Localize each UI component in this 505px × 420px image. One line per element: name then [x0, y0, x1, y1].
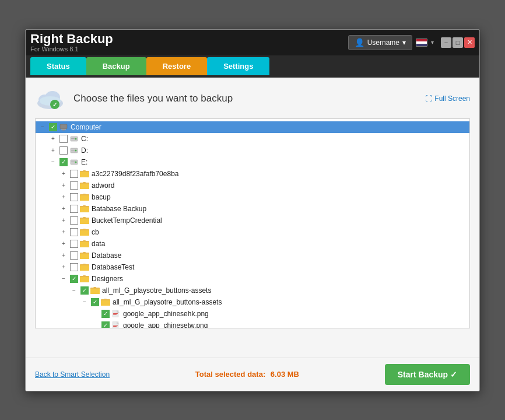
checkbox-cb[interactable] [70, 228, 78, 236]
toggle-icon[interactable]: + [48, 147, 58, 153]
tree-item-computer[interactable]: −✓Computer [36, 121, 469, 133]
folder-icon [80, 181, 89, 190]
svg-rect-8 [61, 129, 66, 130]
toggle-icon[interactable]: + [48, 135, 58, 142]
item-label-google_chinese_hk: google_app_chinesehk.png [123, 310, 209, 318]
file-tree[interactable]: −✓Computer+C:+D:−✓E:+a3c22739d8f23afafb7… [35, 118, 470, 328]
tab-restore[interactable]: Restore [146, 57, 207, 75]
svg-rect-7 [62, 130, 65, 131]
toggle-icon[interactable]: + [59, 240, 68, 247]
selected-label: Total selected data: [195, 370, 265, 379]
toggle-icon[interactable]: + [59, 205, 68, 212]
app-subtitle: For Windows 8.1 [30, 46, 348, 52]
folder-icon [80, 193, 89, 201]
toggle-icon[interactable]: − [69, 287, 79, 293]
toggle-icon[interactable]: − [80, 299, 89, 305]
tree-item-google_chinese_hk[interactable]: ✓google_app_chinesehk.png [36, 308, 469, 320]
checkbox-google_chinese_tw[interactable]: ✓ [101, 321, 110, 328]
checkbox-d[interactable] [59, 146, 68, 155]
item-label-computer: Computer [71, 123, 101, 131]
tree-item-designers[interactable]: −✓Designers [36, 273, 469, 285]
tree-item-c[interactable]: +C: [36, 133, 469, 145]
checkbox-bacup[interactable] [70, 193, 78, 201]
minimize-button[interactable]: − [441, 37, 451, 48]
checkbox-e[interactable]: ✓ [59, 158, 68, 166]
item-label-databasetest: DatabaseTest [92, 263, 134, 271]
toggle-icon[interactable]: − [38, 124, 47, 130]
checkbox-all_ml_G2[interactable]: ✓ [91, 298, 99, 306]
svg-rect-14 [71, 150, 75, 150]
toggle-icon[interactable]: + [59, 264, 68, 270]
tree-item-bucket[interactable]: +BucketTempCredential [36, 215, 469, 226]
checkbox-database[interactable] [70, 251, 78, 260]
app-branding: Right Backup For Windows 8.1 [30, 33, 348, 52]
start-backup-button[interactable]: Start Backup ✓ [385, 364, 470, 385]
checkbox-data[interactable] [70, 240, 78, 248]
item-label-a3c: a3c22739d8f23afafb70e8ba [92, 170, 178, 178]
dropdown-arrow-icon: ▾ [402, 38, 406, 47]
tree-item-all_ml_G2[interactable]: −✓all_ml_G_playsotre_buttons-assets [36, 296, 469, 308]
item-label-cb: cb [92, 228, 99, 236]
tab-status[interactable]: Status [30, 57, 86, 75]
drive-icon [69, 146, 79, 155]
maximize-button[interactable]: □ [453, 37, 463, 48]
svg-rect-11 [71, 138, 75, 139]
checkbox-a3c[interactable] [70, 170, 78, 178]
language-flag[interactable] [416, 38, 427, 47]
item-label-google_chinese_tw: google_app_chinesetw.png [123, 321, 208, 328]
tree-item-a3c[interactable]: +a3c22739d8f23afafb70e8ba [36, 168, 469, 180]
toggle-icon[interactable]: + [59, 194, 68, 200]
svg-rect-17 [71, 162, 75, 162]
toggle-icon[interactable]: − [48, 159, 58, 165]
folder-icon [80, 205, 89, 213]
tree-item-bacup[interactable]: +bacup [36, 191, 469, 203]
toggle-icon[interactable]: + [59, 170, 68, 177]
tree-item-d[interactable]: +D: [36, 145, 469, 156]
checkbox-bucket[interactable] [70, 216, 78, 225]
tree-item-all_ml_G[interactable]: −✓all_ml_G_playsotre_buttons-assets [36, 285, 469, 296]
checkbox-computer[interactable]: ✓ [49, 123, 57, 131]
item-label-e: E: [81, 158, 87, 166]
tree-item-database[interactable]: +Database [36, 250, 469, 261]
tree-item-e[interactable]: −✓E: [36, 156, 469, 168]
user-menu-button[interactable]: 👤 Username ▾ [348, 35, 412, 50]
checkbox-batabase[interactable] [70, 205, 78, 213]
backup-title: Choose the files you want to backup [73, 93, 425, 104]
toggle-icon[interactable]: + [59, 229, 68, 235]
main-window: Right Backup For Windows 8.1 👤 Username … [25, 29, 480, 391]
content-area: ✓ Choose the files you want to backup ⛶ … [26, 78, 479, 358]
svg-rect-19 [113, 313, 118, 314]
item-label-data: data [92, 240, 105, 248]
window-controls: − □ ✕ [441, 37, 475, 48]
toggle-icon[interactable]: + [59, 182, 68, 188]
checkbox-c[interactable] [59, 135, 68, 143]
svg-point-16 [75, 161, 77, 163]
checkbox-databasetest[interactable] [70, 263, 78, 271]
app-title-bold: Right [30, 32, 63, 46]
tree-item-cb[interactable]: +cb [36, 226, 469, 238]
app-title: Right Backup [30, 33, 348, 46]
item-label-adword: adword [92, 181, 114, 190]
folder-icon [80, 170, 89, 178]
close-button[interactable]: ✕ [464, 37, 475, 48]
tab-settings[interactable]: Settings [207, 57, 269, 75]
tab-backup[interactable]: Backup [86, 57, 146, 75]
tree-item-adword[interactable]: +adword [36, 180, 469, 191]
back-to-smart-selection-link[interactable]: Back to Smart Selection [35, 370, 110, 379]
checkbox-designers[interactable]: ✓ [70, 275, 78, 283]
item-label-all_ml_G: all_ml_G_playsotre_buttons-assets [102, 286, 211, 295]
tree-item-databasetest[interactable]: +DatabaseTest [36, 261, 469, 273]
checkbox-adword[interactable] [70, 181, 78, 190]
tree-item-batabase[interactable]: +Batabase Backup [36, 203, 469, 215]
toggle-icon[interactable]: + [59, 252, 68, 258]
tree-item-google_chinese_tw[interactable]: ✓google_app_chinesetw.png [36, 320, 469, 328]
fullscreen-label: Full Screen [434, 94, 470, 103]
toggle-icon[interactable]: + [59, 217, 68, 223]
toggle-icon[interactable]: − [59, 275, 68, 282]
folder-icon [80, 228, 89, 236]
backup-header: ✓ Choose the files you want to backup ⛶ … [35, 87, 470, 110]
checkbox-all_ml_G[interactable]: ✓ [80, 286, 89, 295]
checkbox-google_chinese_hk[interactable]: ✓ [101, 310, 110, 318]
fullscreen-link[interactable]: ⛶ Full Screen [425, 94, 470, 103]
tree-item-data[interactable]: +data [36, 238, 469, 250]
